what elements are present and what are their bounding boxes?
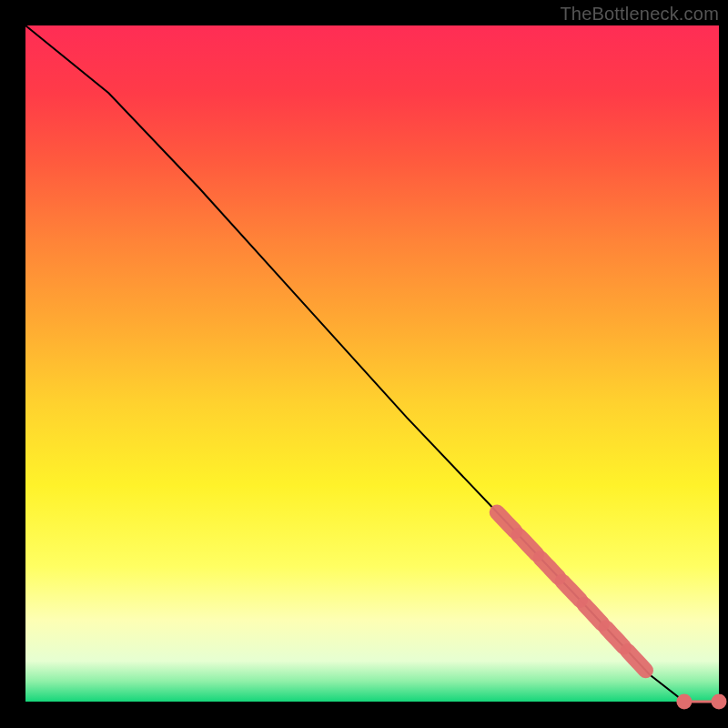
bottleneck-chart [0, 0, 728, 728]
svg-point-3 [712, 694, 727, 710]
svg-rect-0 [25, 25, 719, 702]
plot-background [25, 25, 719, 702]
watermark-text: TheBottleneck.com [560, 4, 719, 25]
svg-point-2 [676, 694, 692, 710]
